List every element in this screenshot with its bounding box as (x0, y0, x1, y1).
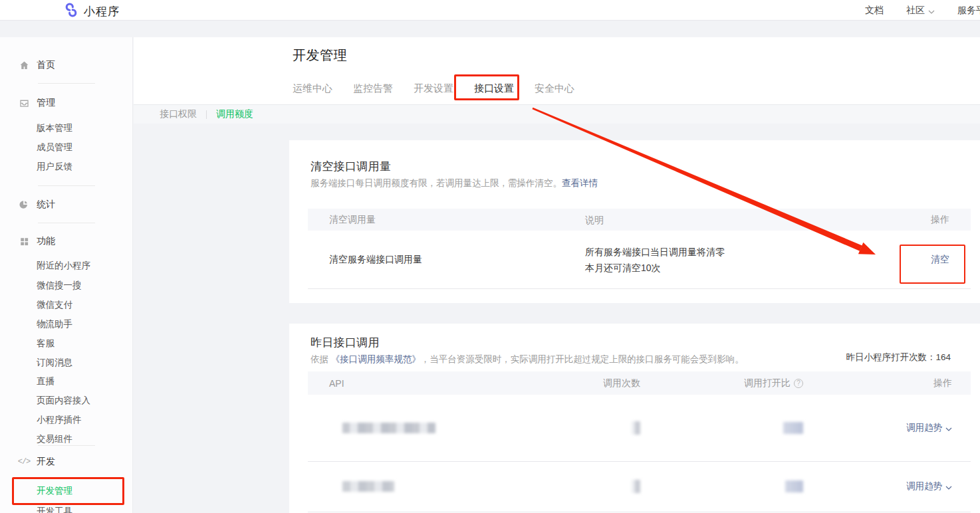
sidebar-item-management[interactable]: 管理 (0, 96, 133, 110)
sidebar-item-label: 开发工具 (37, 506, 72, 513)
sidebar-item-development[interactable]: </> 开发 (0, 455, 133, 468)
sidebar-item-label: 小程序插件 (37, 414, 82, 426)
sidebar-item-nearby[interactable]: 附近的小程序 (0, 259, 133, 272)
sidebar-item-label: 订阅消息 (37, 357, 72, 369)
app-logo[interactable]: 小程序 (63, 2, 120, 21)
inbox-icon (18, 97, 30, 109)
sidebar-item-logistics[interactable]: 物流助手 (0, 318, 133, 331)
redacted-open-ratio (783, 422, 803, 434)
sidebar-item-label: 首页 (37, 59, 55, 71)
tab-operations-center[interactable]: 运维中心 (293, 74, 332, 105)
sidebar-item-plugins[interactable]: 小程序插件 (0, 413, 133, 427)
sidebar-item-home[interactable]: 首页 (0, 58, 133, 72)
sidebar-item-user-feedback[interactable]: 用户反馈 (0, 160, 133, 173)
sidebar-item-label: 微信支付 (37, 299, 72, 311)
content-header: 开发管理 运维中心 监控告警 开发设置 接口设置 安全中心 (134, 37, 980, 105)
nav-community[interactable]: 社区 (906, 5, 935, 17)
sidebar-item-label: 功能 (37, 235, 55, 247)
open-count-stat: 昨日小程序打开次数：164 (846, 352, 951, 363)
open-ratio-label: 调用打开比 (744, 377, 791, 389)
section-description: 服务端接口每日调用额度有限，若调用量达上限，需操作清空。查看详情 (310, 177, 598, 189)
view-details-link[interactable]: 查看详情 (562, 178, 598, 188)
clear-row-description: 所有服务端接口当日调用量将清零 本月还可清空10次 (585, 244, 871, 276)
subtab-bar: 接口权限 调用额度 (134, 105, 980, 124)
sidebar-item-dev-management[interactable]: 开发管理 (0, 484, 133, 498)
sidebar-item-page-content[interactable]: 页面内容接入 (0, 394, 133, 407)
table-row: 清空服务端接口调用量 所有服务端接口当日调用量将清零 本月还可清空10次 清空 (308, 231, 971, 288)
chevron-down-icon (928, 5, 935, 16)
top-bar: 小程序 文档 社区 服务平台 (0, 0, 980, 21)
api-name-cell (308, 481, 560, 492)
sidebar-item-wechat-pay[interactable]: 微信支付 (0, 298, 133, 312)
sidebar-item-member-mgmt[interactable]: 成员管理 (0, 141, 133, 154)
open-ratio-cell (640, 480, 803, 492)
sidebar-item-statistics[interactable]: 统计 (0, 198, 133, 211)
redacted-call-count (632, 421, 640, 435)
column-header-action: 操作 (871, 214, 971, 226)
subtab-call-quota[interactable]: 调用额度 (216, 108, 253, 120)
row-divider (308, 288, 971, 289)
description-text: 服务端接口每日调用额度有限，若调用量达上限，需操作清空。 (310, 178, 562, 188)
table-row: 调用趋势 (308, 461, 971, 512)
clear-row-name: 清空服务端接口调用量 (308, 254, 585, 266)
sidebar-item-label: 管理 (37, 97, 55, 109)
sidebar-item-subscribe-message[interactable]: 订阅消息 (0, 356, 133, 369)
column-header-open-ratio: 调用打开比 ? (640, 377, 803, 389)
sidebar-item-trade-component[interactable]: 交易组件 (0, 433, 133, 446)
subtab-api-permissions[interactable]: 接口权限 (160, 108, 197, 120)
open-count-value: 164 (935, 352, 951, 362)
column-header-api: API (308, 378, 560, 389)
help-icon[interactable]: ? (794, 379, 803, 388)
sidebar-divider (38, 445, 95, 446)
page-background-strip (0, 21, 980, 37)
sidebar-item-search[interactable]: 微信搜一搜 (0, 279, 133, 292)
chevron-down-icon[interactable] (945, 423, 952, 433)
code-icon: </> (18, 456, 30, 468)
frequency-spec-link[interactable]: 《接口调用频率规范》 (331, 354, 421, 364)
redacted-api-name (342, 423, 435, 433)
action-cell: 调用趋势 (803, 422, 971, 434)
tab-monitor-alert[interactable]: 监控告警 (353, 74, 393, 105)
column-header-call-count: 调用次数 (560, 377, 640, 389)
sidebar-item-live[interactable]: 直播 (0, 375, 133, 388)
sidebar-item-label: 附近的小程序 (37, 260, 90, 272)
sidebar-item-dev-tools[interactable]: 开发工具 (0, 505, 133, 513)
sidebar-item-label: 直播 (37, 375, 55, 387)
chevron-down-icon[interactable] (945, 481, 952, 492)
call-trend-link[interactable]: 调用趋势 (906, 422, 942, 434)
column-header-clear-quota: 清空调用量 (308, 214, 585, 226)
nav-service-platform[interactable]: 服务平台 (957, 5, 980, 17)
redacted-open-ratio (785, 480, 803, 492)
section-title: 清空接口调用量 (310, 159, 391, 174)
section-description: 依据 《接口调用频率规范》，当平台资源受限时，实际调用打开比超过规定上限的接口服… (310, 354, 744, 365)
tab-dev-settings[interactable]: 开发设置 (414, 74, 453, 105)
sidebar-item-version-mgmt[interactable]: 版本管理 (0, 122, 133, 135)
sidebar-item-label: 物流助手 (37, 318, 72, 330)
clear-action-cell: 清空 (871, 254, 971, 266)
sidebar-item-label: 交易组件 (37, 433, 72, 445)
sidebar-item-label: 成员管理 (37, 142, 72, 154)
clear-button[interactable]: 清空 (931, 254, 949, 264)
nav-docs[interactable]: 文档 (865, 5, 884, 17)
action-cell: 调用趋势 (803, 480, 971, 492)
call-trend-link[interactable]: 调用趋势 (906, 480, 942, 492)
tab-security-center[interactable]: 安全中心 (535, 74, 574, 105)
subtab-separator (206, 110, 207, 119)
sidebar-item-label: 开发 (37, 456, 55, 468)
redacted-api-name (342, 481, 394, 492)
redacted-call-count (632, 480, 640, 493)
sidebar-item-customer-service[interactable]: 客服 (0, 337, 133, 350)
home-icon (18, 59, 30, 71)
sidebar-divider (38, 83, 95, 84)
sidebar-item-label: 客服 (37, 338, 55, 350)
open-count-label: 昨日小程序打开次数： (846, 352, 935, 362)
row-divider (308, 512, 971, 512)
page-title: 开发管理 (293, 47, 347, 64)
clear-table-header: 清空调用量 说明 操作 (308, 209, 971, 231)
miniprogram-logo-icon (63, 2, 79, 21)
open-ratio-cell (640, 422, 803, 434)
call-count-cell (560, 480, 640, 493)
tab-api-settings[interactable]: 接口设置 (474, 74, 514, 105)
sidebar-item-label: 开发管理 (37, 485, 72, 497)
sidebar-item-features[interactable]: 功能 (0, 235, 133, 248)
